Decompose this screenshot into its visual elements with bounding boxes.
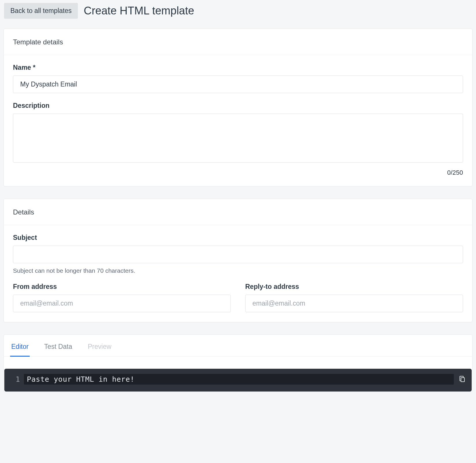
tab-preview[interactable]: Preview	[87, 340, 113, 357]
code-editor[interactable]: 1 Paste your HTML in here!	[4, 369, 472, 392]
from-address-label: From address	[13, 283, 231, 291]
description-label: Description	[13, 102, 463, 110]
editor-card: Editor Test Data Preview 1 Paste your HT…	[3, 334, 473, 392]
code-line[interactable]: Paste your HTML in here!	[24, 374, 454, 385]
from-address-input[interactable]	[13, 295, 231, 312]
template-details-card: Template details Name * Description 0/25…	[3, 29, 473, 187]
subject-helper-text: Subject can not be longer than 70 charac…	[13, 267, 463, 274]
tab-test-data[interactable]: Test Data	[43, 340, 73, 357]
name-input[interactable]	[13, 76, 463, 93]
reply-to-address-label: Reply-to address	[245, 283, 463, 291]
subject-input[interactable]	[13, 246, 463, 263]
name-label: Name *	[13, 64, 463, 71]
editor-tabs: Editor Test Data Preview	[4, 335, 472, 357]
reply-to-address-input[interactable]	[245, 295, 463, 312]
line-number: 1	[10, 374, 24, 383]
copy-icon[interactable]	[454, 374, 466, 383]
page-title: Create HTML template	[84, 5, 194, 17]
description-textarea[interactable]	[13, 114, 463, 163]
subject-label: Subject	[13, 234, 463, 242]
details-card: Details Subject Subject can not be longe…	[3, 199, 473, 322]
description-char-count: 0/250	[13, 169, 463, 176]
details-title: Details	[4, 199, 472, 225]
back-to-templates-button[interactable]: Back to all templates	[4, 3, 78, 19]
tab-editor[interactable]: Editor	[10, 340, 30, 357]
template-details-title: Template details	[4, 29, 472, 55]
svg-rect-0	[461, 378, 464, 382]
